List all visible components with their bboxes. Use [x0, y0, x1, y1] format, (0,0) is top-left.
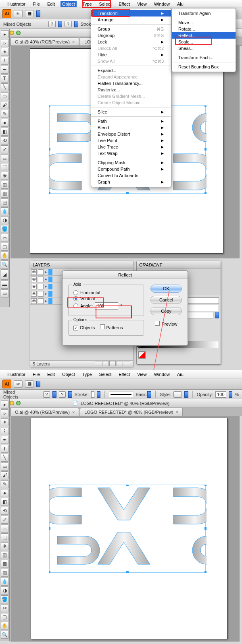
selection-tool[interactable]: ▸: [1, 30, 9, 38]
blob-brush-tool[interactable]: ●: [1, 489, 9, 497]
stroke-dropdown[interactable]: [74, 21, 78, 27]
menu-convert-artboards[interactable]: Convert to Artboards: [91, 172, 171, 179]
menu-expand[interactable]: Expand...: [91, 67, 171, 74]
submenu-shear[interactable]: Shear...: [172, 45, 236, 52]
lasso-tool[interactable]: ⌇: [1, 57, 9, 65]
paintbrush-tool[interactable]: 🖌: [1, 101, 9, 109]
rectangle-tool[interactable]: ▭: [1, 92, 9, 100]
slice-tool[interactable]: ✂: [1, 234, 9, 242]
pen-tool[interactable]: ✒: [1, 66, 9, 74]
menu-file[interactable]: File: [31, 372, 42, 377]
selected-artwork-reflected[interactable]: [49, 485, 207, 573]
blend-tool[interactable]: ◑: [1, 216, 9, 224]
document-tab-1[interactable]: O.ai @ 40% (RGB/Preview)×: [10, 37, 79, 45]
minimize-window-button[interactable]: [10, 401, 14, 405]
fill-unknown[interactable]: ?: [48, 21, 56, 27]
document-tab-1[interactable]: O.ai @ 40% (RGB/Preview)×: [10, 408, 79, 416]
menu-arrange[interactable]: Arrange: [91, 17, 171, 23]
blend-tool[interactable]: ◑: [1, 586, 9, 594]
opacity-field[interactable]: 100: [215, 391, 226, 398]
artboard-tool[interactable]: ▢: [1, 243, 9, 251]
eraser-tool[interactable]: ◧: [1, 128, 9, 136]
menu-envelope-distort[interactable]: Envelope Distort: [91, 131, 171, 137]
menu-live-trace[interactable]: Live Trace: [91, 144, 171, 150]
make-clipping-mask-button[interactable]: [102, 361, 108, 366]
blob-brush-tool[interactable]: ●: [1, 119, 9, 127]
mesh-tool[interactable]: ▦: [1, 560, 9, 568]
paintbrush-tool[interactable]: 🖌: [1, 471, 9, 479]
rotate-tool[interactable]: ⟲: [1, 507, 9, 515]
menu-help[interactable]: Aiu: [175, 1, 185, 7]
slice-tool[interactable]: ✂: [1, 604, 9, 612]
direct-selection-tool[interactable]: ▹: [1, 409, 9, 417]
fill-dropdown[interactable]: [58, 21, 62, 27]
screen-mode[interactable]: ▭: [1, 289, 9, 297]
warp-tool[interactable]: ⌓: [1, 154, 9, 162]
live-paint-tool[interactable]: 🪣: [1, 225, 9, 233]
visibility-icon[interactable]: 👁: [31, 298, 37, 304]
stroke-unknown[interactable]: ?: [65, 21, 72, 27]
bridge-button[interactable]: Br: [14, 10, 23, 17]
layers-panel-tab[interactable]: LAYERS: [30, 261, 133, 268]
symbol-sprayer-tool[interactable]: ❋: [1, 172, 9, 180]
arrange-docs-button[interactable]: ▦: [25, 380, 34, 388]
menu-object[interactable]: Object: [60, 1, 77, 7]
submenu-reset-bbox[interactable]: Reset Bounding Box: [172, 64, 236, 70]
eraser-tool[interactable]: ◧: [1, 498, 9, 506]
menu-select[interactable]: Select: [98, 372, 113, 377]
gradient-tool[interactable]: ▤: [1, 569, 9, 577]
checkbox-preview[interactable]: [155, 321, 160, 326]
menu-group[interactable]: Group⌘G: [91, 26, 171, 32]
close-tab-icon[interactable]: ×: [72, 410, 75, 415]
arrange-docs-dropdown[interactable]: [36, 381, 40, 387]
submenu-rotate[interactable]: Rotate...: [172, 26, 236, 32]
graph-tool[interactable]: ▥: [1, 181, 9, 189]
angle-input[interactable]: [95, 302, 118, 310]
graph-tool[interactable]: ▥: [1, 551, 9, 559]
menu-effect[interactable]: Effect: [117, 1, 131, 7]
type-tool[interactable]: T: [1, 445, 9, 453]
menu-window[interactable]: Window: [152, 1, 171, 7]
document-tab-2[interactable]: LOGO REFLECTED* @ 40% (RGB/Preview)×: [80, 408, 183, 416]
rotate-tool[interactable]: ⟲: [1, 136, 9, 144]
submenu-move[interactable]: Move...: [172, 19, 236, 26]
pencil-tool[interactable]: ✎: [1, 480, 9, 488]
stroke-unknown[interactable]: ?: [59, 391, 66, 398]
menu-flatten-transparency[interactable]: Flatten Transparency...: [91, 80, 171, 87]
menu-type[interactable]: Type: [81, 1, 94, 7]
menu-hide[interactable]: Hide: [91, 52, 171, 58]
ok-button[interactable]: OK: [150, 285, 182, 293]
menu-view[interactable]: View: [136, 372, 148, 377]
radio-horizontal[interactable]: Horizontal: [73, 290, 139, 295]
line-tool[interactable]: ╲: [1, 454, 9, 462]
zoom-window-button[interactable]: [16, 31, 21, 35]
menu-file[interactable]: File: [31, 1, 42, 7]
magic-wand-tool[interactable]: ✴: [1, 418, 9, 426]
style-swatch[interactable]: [173, 391, 182, 398]
free-transform-tool[interactable]: ⬚: [1, 163, 9, 171]
menu-slice[interactable]: Slice: [91, 109, 171, 115]
symbol-sprayer-tool[interactable]: ❋: [1, 542, 9, 550]
live-paint-tool[interactable]: 🪣: [1, 595, 9, 603]
submenu-reflect[interactable]: Reflect...: [172, 32, 236, 39]
magic-wand-tool[interactable]: ✴: [1, 48, 9, 56]
menu-select[interactable]: Select: [98, 1, 113, 7]
menu-blend[interactable]: Blend: [91, 124, 171, 131]
submenu-transform-again[interactable]: Transform Again: [172, 10, 236, 17]
close-tab-icon[interactable]: ×: [176, 410, 178, 415]
close-tab-icon[interactable]: ×: [72, 39, 75, 44]
menu-help[interactable]: Aiu: [175, 372, 185, 377]
lock-icon[interactable]: [38, 269, 44, 275]
menu-graph[interactable]: Graph: [91, 179, 171, 185]
radio-angle[interactable]: Angle: °: [73, 302, 139, 310]
menu-illustrator[interactable]: Illustrator: [6, 372, 27, 377]
hand-tool[interactable]: ✋: [1, 622, 9, 630]
selection-tool[interactable]: ▸: [1, 400, 9, 409]
new-sublayer-button[interactable]: [109, 361, 116, 366]
checkbox-patterns[interactable]: [100, 324, 105, 329]
menu-illustrator[interactable]: Illustrator: [6, 1, 27, 7]
gradient-panel-tab[interactable]: GRADIENT: [137, 261, 221, 268]
none-swatch[interactable]: [138, 351, 146, 359]
hand-tool[interactable]: ✋: [1, 252, 9, 260]
menu-window[interactable]: Window: [152, 372, 171, 377]
